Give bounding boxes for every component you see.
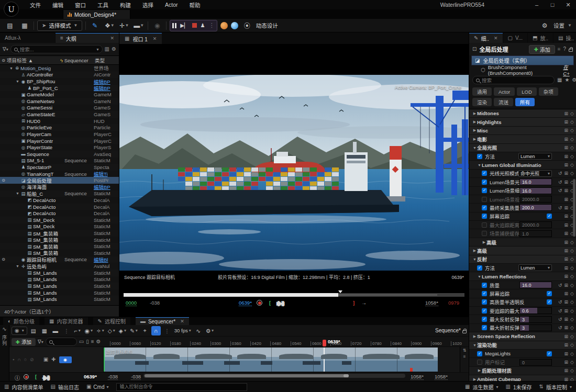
pause-icon[interactable]: ❚❚ [42,375,51,380]
filter-chip-杂项[interactable]: 杂项 [539,87,558,96]
property-row[interactable]: ✓Lumen场景细节16.0↺⊞◇ [469,187,576,195]
tab-viewport-1[interactable]: ▦ 视口 1 ✕ [119,33,162,44]
add-camera-icon[interactable]: ✚ [51,357,56,362]
menu-编辑[interactable]: 编辑 [47,0,69,9]
sequencer-settings-icon[interactable]: ⚙▾ [205,326,215,335]
output-log-button[interactable]: ▤输出日志 [50,383,79,391]
search-caret-icon[interactable]: ▾ [97,47,99,52]
add-component-button[interactable]: ✚添加 [529,45,555,54]
property-section[interactable]: ▶Ambient Cubemap⊞◇ [469,375,576,381]
outliner-row[interactable]: ▣GameModelGameM [0,91,119,98]
outliner-row[interactable]: ◎GameSessiGameS [0,105,119,111]
outliner-row[interactable]: ◎海洋海面编辑BP [0,184,119,191]
property-row[interactable]: ✓MegaLights✓⊞◇ [469,350,576,358]
more-options-icon[interactable]: ⋮ [62,326,71,335]
property-section[interactable]: ▶Midtones⊞◇ [469,109,576,118]
bottom-tab-内容浏览器[interactable]: ▦内容浏览器 [45,317,87,325]
track-list-icon[interactable]: ≡ [91,339,94,344]
property-row[interactable]: ✓Lumen场景光照16.0↺⊞◇ [469,178,576,186]
outliner-row[interactable]: ▱GameStateEGameS [0,111,119,118]
platforms-icon[interactable] [220,22,228,29]
property-section[interactable]: ▶Highlights⊞◇ [469,118,576,126]
details-settings-icon[interactable]: ⚙ [572,77,576,83]
viewport-timeline-slider[interactable] [124,293,464,297]
outliner-row[interactable]: ▤SM_集装箱StaticM [0,243,119,250]
help-icon[interactable]: ? [563,47,566,52]
property-row[interactable]: 用户标记0⊞◇ [469,358,576,366]
property-section[interactable]: ▼全局光照⊞◇ [469,144,576,152]
current-frame[interactable]: 0639* [84,374,97,379]
menu-Actor[interactable]: Actor [159,0,184,9]
outliner-row[interactable]: ◎TianaKongTSequence编辑Ti [0,171,119,177]
view-range-end[interactable]: 1058* [411,374,424,380]
end-frame[interactable]: 1058* [425,300,438,306]
track-search[interactable] [46,338,77,346]
slider-handle[interactable] [338,290,342,293]
current-frame[interactable]: 0639* [239,300,252,306]
view-range-start[interactable]: -038 [108,374,118,380]
shot-icon-2[interactable]: ▯ [86,339,89,344]
property-row[interactable]: ✓最大反射反弹3↺⊞◇ [469,315,576,323]
close-button[interactable]: ✕ [560,0,576,9]
node-icon[interactable]: ✛▼ [118,20,130,31]
property-section[interactable]: ▶后期处理材质⊞◇ [469,367,576,375]
outliner-row[interactable]: ⊙◉跟踪目标相机Sequence编辑Bl [0,256,119,263]
range-start-bracket[interactable]: [ [35,374,37,379]
menu-构建[interactable]: 构建 [114,0,137,9]
property-section[interactable]: ▶电影⊞◇ [469,135,576,143]
details-scrollbar[interactable] [573,179,575,237]
property-row[interactable]: ✓光线光照模式命中光照▾↺⊞◇ [469,170,576,178]
offset-frame[interactable]: -038 [150,300,160,306]
outliner-row[interactable]: ◎GameNetwoGameN [0,98,119,105]
track-options-icon[interactable]: ≡ [463,354,466,359]
outliner-row[interactable]: ▬SequenceAvaSeq [0,151,119,158]
details-search[interactable] [472,76,555,84]
bottom-tab-远程控制[interactable]: ✎远程控制 [93,317,130,325]
filter-icon[interactable]: ∇▾ [3,47,8,52]
add-actor-icon[interactable]: ❖▼ [104,20,115,31]
viewport-scene[interactable] [119,75,469,271]
details-tab-1[interactable]: ▢V... [503,33,528,43]
edit-options-icon[interactable]: ✎▾ [129,326,139,335]
outliner-search[interactable]: ▾ [10,45,103,53]
derived-data-button[interactable]: ▦派生数据▾ [465,383,498,391]
console-input[interactable] [120,384,243,389]
range-start-bracket[interactable]: [ [269,300,271,306]
menu-帮助[interactable]: 帮助 [184,0,206,9]
outliner-row[interactable]: ♟BP_Port_C编辑BP [0,85,119,92]
filter-chip-通用[interactable]: 通用 [472,87,492,96]
camera-cut-filmstrip[interactable]: 跟踪目标相机 [104,348,438,372]
close-icon[interactable]: ✕ [153,36,157,41]
outliner-row[interactable]: ⊞HUD0HUD [0,118,119,125]
motion-design-mode-icon[interactable]: ⦿ [241,20,253,31]
unreal-logo-icon[interactable]: U [4,2,19,17]
outliner-row[interactable]: ◩DecalActoDecalA [0,210,119,217]
tab-outliner[interactable]: ≡ 大纲 ✕ [56,33,119,43]
asset-tab-motion-design[interactable]: Motion_Design4* [63,9,130,19]
details-search-input[interactable] [482,77,551,83]
details-tab-3[interactable]: ▤操.. [553,33,576,43]
property-row[interactable]: 场景捕获缓存分1.0⊞◇ [469,229,576,238]
camera-lock-toggle[interactable]: ◉ [59,356,72,363]
track-lock-icon[interactable]: ∩ [17,357,20,362]
track-resize-icon[interactable]: ⇅ [463,348,467,353]
snap-magnet-icon[interactable]: ∩ [151,326,161,335]
outliner-row[interactable]: ▼▤船舶_CSequenceStaticM [0,191,119,197]
outliner-row[interactable]: ⊙◪全局后处理PostPr [0,177,119,184]
menu-选择[interactable]: 选择 [137,0,159,9]
type-column-header[interactable]: 类型 [95,57,119,64]
property-row[interactable]: ✓最大折射反弹次3↺⊞◇ [469,324,576,332]
render-movie-icon[interactable]: ▬ [51,326,60,335]
property-section[interactable]: ▶高级⊞◇ [469,238,576,247]
blueprint-graph-icon[interactable]: ⌗ [558,47,561,52]
revision-control-button[interactable]: ⇅版本控制▾ [539,383,572,391]
property-section[interactable]: ▼反射⊞◇ [469,255,576,264]
playback-options-icon[interactable]: ✧▾ [95,326,105,335]
outliner-row[interactable]: ◩DecalActoDecalA [0,197,119,204]
folder-icon[interactable]: ▥ [105,47,109,52]
content-drawer-button[interactable]: ▥内容侧滑菜单 [4,383,43,391]
range-end-bracket[interactable]: ] [353,300,355,306]
track-settings-icon[interactable]: ⚙ [96,339,101,344]
search-input[interactable] [20,47,95,52]
maximize-button[interactable]: □ [545,0,560,9]
